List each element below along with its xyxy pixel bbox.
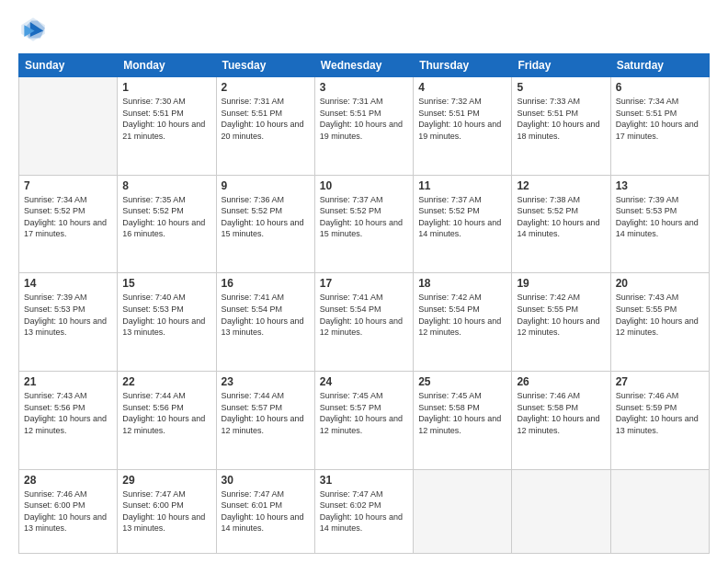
day-info: Sunrise: 7:31 AM Sunset: 5:51 PM Dayligh… — [222, 96, 310, 142]
calendar-cell: 25Sunrise: 7:45 AM Sunset: 5:58 PM Dayli… — [414, 371, 512, 469]
day-number: 3 — [320, 81, 408, 94]
calendar-week-5: 28Sunrise: 7:46 AM Sunset: 6:00 PM Dayli… — [19, 469, 710, 553]
day-info: Sunrise: 7:38 AM Sunset: 5:52 PM Dayligh… — [517, 194, 605, 240]
day-number: 18 — [418, 277, 506, 290]
calendar-cell: 7Sunrise: 7:34 AM Sunset: 5:52 PM Daylig… — [19, 175, 118, 273]
day-number: 24 — [320, 375, 408, 388]
weekday-row: SundayMondayTuesdayWednesdayThursdayFrid… — [19, 54, 710, 77]
day-number: 4 — [418, 81, 506, 94]
calendar-cell: 31Sunrise: 7:47 AM Sunset: 6:02 PM Dayli… — [314, 469, 413, 553]
day-info: Sunrise: 7:47 AM Sunset: 6:00 PM Dayligh… — [122, 488, 210, 534]
day-info: Sunrise: 7:30 AM Sunset: 5:51 PM Dayligh… — [122, 96, 210, 142]
day-info: Sunrise: 7:47 AM Sunset: 6:01 PM Dayligh… — [222, 488, 310, 534]
weekday-header-wednesday: Wednesday — [314, 54, 413, 77]
calendar-cell: 6Sunrise: 7:34 AM Sunset: 5:51 PM Daylig… — [610, 77, 709, 176]
calendar-cell: 4Sunrise: 7:32 AM Sunset: 5:51 PM Daylig… — [414, 77, 512, 176]
calendar-cell — [610, 469, 709, 553]
calendar-week-3: 14Sunrise: 7:39 AM Sunset: 5:53 PM Dayli… — [19, 273, 710, 372]
calendar-cell: 19Sunrise: 7:42 AM Sunset: 5:55 PM Dayli… — [512, 273, 610, 372]
calendar-cell: 30Sunrise: 7:47 AM Sunset: 6:01 PM Dayli… — [216, 469, 314, 553]
weekday-header-thursday: Thursday — [414, 54, 512, 77]
weekday-header-sunday: Sunday — [19, 54, 118, 77]
logo — [18, 15, 51, 44]
calendar-cell — [19, 77, 118, 176]
calendar-cell: 15Sunrise: 7:40 AM Sunset: 5:53 PM Dayli… — [118, 273, 216, 372]
day-number: 26 — [517, 375, 605, 388]
calendar-body: 1Sunrise: 7:30 AM Sunset: 5:51 PM Daylig… — [19, 77, 710, 554]
weekday-header-monday: Monday — [118, 54, 216, 77]
day-info: Sunrise: 7:43 AM Sunset: 5:55 PM Dayligh… — [616, 292, 704, 338]
day-number: 14 — [24, 277, 112, 290]
logo-icon — [18, 15, 48, 44]
day-number: 5 — [517, 81, 605, 94]
day-number: 30 — [222, 474, 310, 487]
day-number: 1 — [122, 81, 210, 94]
calendar-cell — [414, 469, 512, 553]
day-info: Sunrise: 7:47 AM Sunset: 6:02 PM Dayligh… — [320, 488, 408, 534]
day-info: Sunrise: 7:41 AM Sunset: 5:54 PM Dayligh… — [222, 292, 310, 338]
day-info: Sunrise: 7:45 AM Sunset: 5:57 PM Dayligh… — [320, 390, 408, 436]
day-info: Sunrise: 7:39 AM Sunset: 5:53 PM Dayligh… — [24, 292, 112, 338]
day-info: Sunrise: 7:36 AM Sunset: 5:52 PM Dayligh… — [222, 194, 310, 240]
calendar-cell: 1Sunrise: 7:30 AM Sunset: 5:51 PM Daylig… — [118, 77, 216, 176]
day-number: 29 — [122, 474, 210, 487]
day-number: 13 — [616, 179, 704, 192]
day-number: 21 — [24, 375, 112, 388]
day-number: 9 — [222, 179, 310, 192]
day-number: 28 — [24, 474, 112, 487]
calendar-cell: 29Sunrise: 7:47 AM Sunset: 6:00 PM Dayli… — [118, 469, 216, 553]
day-info: Sunrise: 7:35 AM Sunset: 5:52 PM Dayligh… — [122, 194, 210, 240]
calendar-cell — [512, 469, 610, 553]
calendar-cell: 14Sunrise: 7:39 AM Sunset: 5:53 PM Dayli… — [19, 273, 118, 372]
weekday-header-friday: Friday — [512, 54, 610, 77]
calendar-cell: 23Sunrise: 7:44 AM Sunset: 5:57 PM Dayli… — [216, 371, 314, 469]
day-number: 10 — [320, 179, 408, 192]
day-number: 8 — [122, 179, 210, 192]
day-info: Sunrise: 7:40 AM Sunset: 5:53 PM Dayligh… — [122, 292, 210, 338]
calendar-week-2: 7Sunrise: 7:34 AM Sunset: 5:52 PM Daylig… — [19, 175, 710, 273]
calendar-cell: 28Sunrise: 7:46 AM Sunset: 6:00 PM Dayli… — [19, 469, 118, 553]
day-info: Sunrise: 7:46 AM Sunset: 6:00 PM Dayligh… — [24, 488, 112, 534]
day-number: 25 — [418, 375, 506, 388]
calendar-cell: 17Sunrise: 7:41 AM Sunset: 5:54 PM Dayli… — [314, 273, 413, 372]
calendar-cell: 3Sunrise: 7:31 AM Sunset: 5:51 PM Daylig… — [314, 77, 413, 176]
day-info: Sunrise: 7:42 AM Sunset: 5:55 PM Dayligh… — [517, 292, 605, 338]
day-number: 23 — [222, 375, 310, 388]
day-number: 17 — [320, 277, 408, 290]
calendar-cell: 26Sunrise: 7:46 AM Sunset: 5:58 PM Dayli… — [512, 371, 610, 469]
day-info: Sunrise: 7:42 AM Sunset: 5:54 PM Dayligh… — [418, 292, 506, 338]
day-info: Sunrise: 7:32 AM Sunset: 5:51 PM Dayligh… — [418, 96, 506, 142]
day-number: 16 — [222, 277, 310, 290]
calendar-cell: 9Sunrise: 7:36 AM Sunset: 5:52 PM Daylig… — [216, 175, 314, 273]
day-number: 6 — [616, 81, 704, 94]
day-info: Sunrise: 7:37 AM Sunset: 5:52 PM Dayligh… — [418, 194, 506, 240]
day-number: 7 — [24, 179, 112, 192]
day-number: 31 — [320, 474, 408, 487]
weekday-header-tuesday: Tuesday — [216, 54, 314, 77]
day-info: Sunrise: 7:33 AM Sunset: 5:51 PM Dayligh… — [517, 96, 605, 142]
day-info: Sunrise: 7:44 AM Sunset: 5:57 PM Dayligh… — [222, 390, 310, 436]
calendar-week-4: 21Sunrise: 7:43 AM Sunset: 5:56 PM Dayli… — [19, 371, 710, 469]
day-info: Sunrise: 7:37 AM Sunset: 5:52 PM Dayligh… — [320, 194, 408, 240]
calendar-cell: 2Sunrise: 7:31 AM Sunset: 5:51 PM Daylig… — [216, 77, 314, 176]
day-info: Sunrise: 7:41 AM Sunset: 5:54 PM Dayligh… — [320, 292, 408, 338]
day-number: 20 — [616, 277, 704, 290]
calendar-cell: 8Sunrise: 7:35 AM Sunset: 5:52 PM Daylig… — [118, 175, 216, 273]
calendar-cell: 18Sunrise: 7:42 AM Sunset: 5:54 PM Dayli… — [414, 273, 512, 372]
calendar-cell: 11Sunrise: 7:37 AM Sunset: 5:52 PM Dayli… — [414, 175, 512, 273]
day-info: Sunrise: 7:34 AM Sunset: 5:52 PM Dayligh… — [24, 194, 112, 240]
calendar-cell: 27Sunrise: 7:46 AM Sunset: 5:59 PM Dayli… — [610, 371, 709, 469]
calendar-table: SundayMondayTuesdayWednesdayThursdayFrid… — [18, 53, 710, 554]
weekday-header-saturday: Saturday — [610, 54, 709, 77]
calendar-cell: 21Sunrise: 7:43 AM Sunset: 5:56 PM Dayli… — [19, 371, 118, 469]
day-info: Sunrise: 7:46 AM Sunset: 5:58 PM Dayligh… — [517, 390, 605, 436]
calendar-cell: 16Sunrise: 7:41 AM Sunset: 5:54 PM Dayli… — [216, 273, 314, 372]
day-info: Sunrise: 7:39 AM Sunset: 5:53 PM Dayligh… — [616, 194, 704, 240]
calendar-cell: 10Sunrise: 7:37 AM Sunset: 5:52 PM Dayli… — [314, 175, 413, 273]
calendar-week-1: 1Sunrise: 7:30 AM Sunset: 5:51 PM Daylig… — [19, 77, 710, 176]
day-number: 19 — [517, 277, 605, 290]
day-info: Sunrise: 7:31 AM Sunset: 5:51 PM Dayligh… — [320, 96, 408, 142]
day-number: 2 — [222, 81, 310, 94]
calendar-cell: 22Sunrise: 7:44 AM Sunset: 5:56 PM Dayli… — [118, 371, 216, 469]
day-number: 15 — [122, 277, 210, 290]
